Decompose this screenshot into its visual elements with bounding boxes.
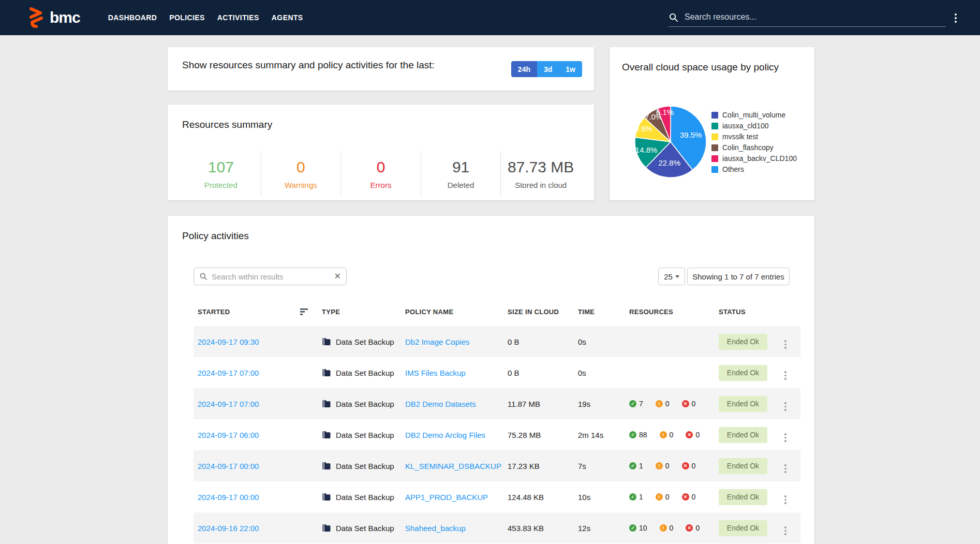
row-overflow-menu-icon[interactable] [784, 402, 786, 411]
type-label: Data Set Backup [336, 431, 394, 439]
showing-entries-label: Showing 1 to 7 of 7 entries [687, 268, 790, 285]
column-header-time[interactable]: TIME [578, 308, 629, 316]
nav-item-dashboard[interactable]: DASHBOARD [102, 0, 164, 35]
brand-logo[interactable]: bmc [28, 7, 80, 28]
pie-slice-label: 22.8% [659, 158, 681, 167]
resources-summary-card: Resources summary 107Protected0Warnings0… [168, 105, 594, 200]
stat-value: 91 [452, 158, 469, 176]
err-circle-icon: ✕ [682, 493, 689, 501]
time-range-segmented-control: 24h3d1w [511, 61, 582, 77]
resource-ok-value: 7 [639, 400, 643, 408]
column-header-started[interactable]: STARTED [194, 308, 322, 316]
legend-swatch [711, 144, 718, 151]
resource-warn-count: !0 [656, 493, 670, 501]
stat-label: Errors [370, 181, 392, 189]
range-button-24h[interactable]: 24h [511, 61, 537, 77]
resources-cell: ✓1!0✕0 [629, 462, 719, 470]
policy-name-link[interactable]: DB2 Demo Arclog Files [405, 431, 508, 439]
policy-name-link[interactable]: APP1_PROD_BACKUP [405, 493, 508, 502]
column-header-status[interactable]: STATUS [719, 308, 784, 316]
status-badge: Ended Ok [719, 458, 767, 474]
started-link[interactable]: 2024-09-17 07:00 [194, 369, 322, 377]
dataset-folder-icon [322, 462, 331, 470]
warn-circle-icon: ! [656, 493, 663, 501]
size-in-cloud-value: 0 B [508, 369, 578, 377]
started-link[interactable]: 2024-09-17 00:00 [194, 462, 322, 471]
search-icon [199, 272, 207, 281]
column-header-size-in-cloud[interactable]: SIZE IN CLOUD [508, 308, 578, 316]
legend-swatch [711, 166, 718, 173]
search-within-results-input[interactable] [207, 272, 334, 281]
started-link[interactable]: 2024-09-16 22:00 [194, 524, 322, 533]
search-icon [669, 12, 678, 22]
policy-name-link[interactable]: Db2 Image Copies [405, 337, 508, 346]
pie-slice-label: 6.1% [656, 108, 674, 116]
nav-item-policies[interactable]: POLICIES [163, 0, 211, 35]
row-overflow-menu-icon[interactable] [784, 371, 786, 380]
range-button-1w[interactable]: 1w [559, 61, 582, 77]
resource-ok-count: ✓10 [629, 524, 647, 532]
nav-item-agents[interactable]: AGENTS [265, 0, 309, 35]
resource-ok-count: ✓88 [629, 431, 647, 439]
resource-err-value: 0 [692, 400, 696, 408]
type-label: Data Set Backup [336, 369, 394, 377]
size-in-cloud-value: 453.83 KB [508, 524, 578, 533]
started-link[interactable]: 2024-09-17 00:00 [194, 493, 322, 502]
navbar-overflow-menu-icon[interactable] [955, 13, 957, 23]
legend-item-Others[interactable]: Others [711, 165, 797, 173]
column-header-resources[interactable]: RESOURCES [629, 308, 719, 316]
ok-circle-icon: ✓ [629, 524, 636, 532]
nav-item-activities[interactable]: ACTIVITIES [211, 0, 265, 35]
started-link[interactable]: 2024-09-17 06:00 [194, 431, 322, 439]
row-overflow-menu-icon[interactable] [784, 495, 786, 504]
policy-name-link[interactable]: KL_SEMINAR_DSBACKUP [405, 462, 508, 471]
clear-search-icon[interactable]: ✕ [334, 272, 341, 281]
resource-warn-value: 0 [665, 493, 670, 501]
started-link[interactable]: 2024-09-17 07:00 [194, 400, 322, 408]
resource-warn-value: 0 [665, 400, 670, 408]
search-resources-input[interactable] [678, 12, 946, 23]
resource-ok-count: ✓1 [629, 462, 643, 470]
sort-icon[interactable] [300, 308, 308, 315]
resource-err-count: ✕0 [682, 493, 696, 501]
page-size-dropdown[interactable]: 25 [658, 268, 685, 285]
resource-warn-count: !0 [660, 431, 674, 439]
row-overflow-menu-icon[interactable] [784, 340, 786, 349]
resource-warn-count: !0 [656, 462, 670, 470]
chevron-down-icon [675, 275, 679, 278]
row-overflow-menu-icon[interactable] [784, 464, 786, 473]
row-overflow-menu-icon[interactable] [784, 526, 786, 535]
resource-err-count: ✕0 [686, 431, 700, 439]
legend-item-Colin_flashcopy[interactable]: Colin_flashcopy [711, 143, 797, 152]
warn-circle-icon: ! [660, 524, 667, 532]
legend-swatch [711, 123, 718, 129]
row-overflow-menu-icon[interactable] [784, 433, 786, 442]
policy-name-link[interactable]: Shaheed_backup [405, 524, 508, 533]
resource-warn-value: 0 [670, 524, 674, 532]
legend-label: Colin_flashcopy [722, 143, 774, 152]
resource-ok-value: 1 [639, 462, 643, 470]
range-button-3d[interactable]: 3d [537, 61, 559, 77]
table-row: 2024-09-17 07:00Data Set BackupIMS Files… [194, 357, 800, 388]
time-value: 0s [578, 369, 629, 377]
legend-item-iausxa_cld100[interactable]: iausxa_cld100 [711, 122, 797, 130]
ok-circle-icon: ✓ [629, 431, 636, 438]
column-header-type[interactable]: TYPE [322, 308, 405, 316]
resources-stats: 107Protected0Warnings0Errors91Deleted87.… [181, 151, 581, 197]
column-header-policy-name[interactable]: POLICY NAME [405, 308, 508, 316]
legend-item-mvsslk test[interactable]: mvsslk test [711, 133, 797, 141]
legend-item-iausxa_backv_CLD100[interactable]: iausxa_backv_CLD100 [711, 154, 797, 163]
policy-name-link[interactable]: IMS Files Backup [405, 369, 508, 377]
pie-legend: Colin_multi_volumeiausxa_cld100mvsslk te… [711, 111, 797, 176]
legend-item-Colin_multi_volume[interactable]: Colin_multi_volume [711, 111, 797, 119]
time-value: 19s [578, 400, 629, 408]
status-badge: Ended Ok [719, 365, 767, 381]
cloud-usage-title: Overall cloud space usage by policy [622, 62, 779, 73]
row-actions-cell [784, 335, 800, 349]
ok-circle-icon: ✓ [629, 493, 636, 501]
started-link[interactable]: 2024-09-17 09:30 [194, 337, 322, 346]
status-cell: Ended Ok [719, 458, 784, 474]
policy-name-link[interactable]: DB2 Demo Datasets [405, 400, 508, 408]
ok-circle-icon: ✓ [629, 400, 636, 407]
warn-circle-icon: ! [656, 400, 663, 407]
